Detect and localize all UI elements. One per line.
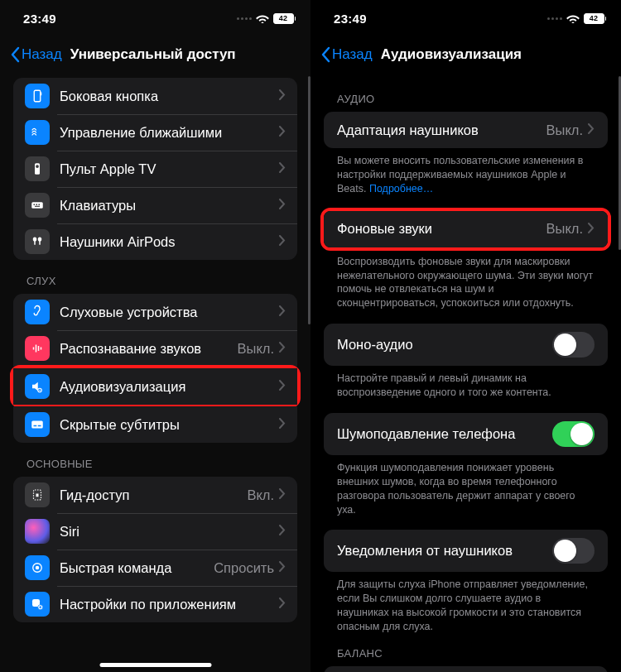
group-mono: Моно-аудио [324,324,608,366]
chevron-icon [588,122,595,137]
section-hearing: СЛУХ [0,260,310,294]
svg-rect-20 [34,425,37,427]
svg-rect-8 [35,206,40,207]
battery-icon: 42 [584,13,607,24]
chevron-icon [279,487,286,502]
chevron-icon [279,161,286,176]
row-audiovisual[interactable]: Аудиовизуализация [13,368,297,405]
settings-list: Боковая кнопка Управление ближайшими Пул… [0,73,310,672]
group-hearing-b: Скрытые субтитры [13,406,297,443]
svg-rect-7 [39,204,41,206]
section-audio: АУДИО [310,78,621,112]
toggle-noise[interactable] [552,421,595,447]
ear-icon [25,300,50,324]
nav-bar: Назад Аудиовизуализация [310,36,621,73]
guided-icon [25,482,50,507]
group-notify: Уведомления от наушников [324,530,608,572]
chevron-icon [279,597,286,612]
learn-more-link[interactable]: Подробнее… [369,183,433,194]
chevron-icon [279,234,286,249]
nearby-icon [25,120,50,145]
section-general: ОСНОВНЫЕ [0,443,310,477]
back-button[interactable]: Назад [10,46,62,63]
chevron-icon [279,417,286,432]
signal-dots [547,17,562,20]
svg-rect-23 [36,494,39,497]
chevron-icon [279,560,286,575]
row-balance[interactable]: Л 0,00 П [324,666,608,672]
clock: 23:49 [23,12,56,26]
section-balance: БАЛАНС [310,637,621,666]
settings-list: АУДИО Адаптация наушников Выкл. Вы может… [310,73,621,672]
svg-rect-6 [36,204,38,206]
keyboard-icon [25,193,50,218]
chevron-icon [279,305,286,319]
group-general: Гид-доступ Вкл. Siri Быстрая команда Спр… [13,477,297,622]
svg-point-18 [39,390,41,391]
highlight-background-sounds: Фоновые звуки Выкл. [320,208,611,251]
row-airpods[interactable]: Наушники AirPods [13,223,297,260]
row-nearby[interactable]: Управление ближайшими [13,114,297,151]
row-background-sounds[interactable]: Фоновые звуки Выкл. [324,211,608,247]
page-title: Универсальный доступ [70,46,236,63]
group-adapt: Адаптация наушников Выкл. [324,112,608,148]
side-button-icon [25,84,50,108]
note-mono: Настройте правый и левый динамик на восп… [310,366,621,403]
svg-rect-12 [39,241,41,245]
toggle-notify[interactable] [552,538,595,564]
chevron-icon [279,524,286,539]
note-notify: Для защиты слуха iPhone отправляет уведо… [310,572,621,637]
clock: 23:49 [334,12,367,26]
chevron-icon [279,341,286,356]
home-indicator[interactable] [99,663,211,667]
row-perapp[interactable]: Настройки по приложениям [13,586,297,622]
audiovis-icon [25,374,50,399]
row-sound-recognition[interactable]: Распознавание звуков Выкл. [13,330,297,367]
chevron-icon [279,379,286,394]
row-shortcut[interactable]: Быстрая команда Спросить [13,550,297,586]
wifi-icon [256,12,269,26]
right-screenshot: 23:49 42 Назад Аудиовизуализация АУДИО А… [310,0,621,672]
back-button[interactable]: Назад [320,46,373,63]
svg-rect-1 [41,93,42,96]
row-hearing-devices[interactable]: Слуховые устройства [13,294,297,330]
row-siri[interactable]: Siri [13,513,297,550]
group-balance: Л 0,00 П [324,666,608,672]
group-interaction: Боковая кнопка Управление ближайшими Пул… [13,78,297,260]
svg-point-25 [36,566,40,570]
svg-point-3 [36,165,39,168]
status-bar: 23:49 42 [310,0,621,36]
svg-rect-21 [38,425,41,427]
row-side-button[interactable]: Боковая кнопка [13,78,297,114]
svg-rect-15 [38,346,40,351]
group-noise: Шумоподавление телефона [324,413,608,455]
chevron-icon [588,222,595,237]
row-captions[interactable]: Скрытые субтитры [13,406,297,443]
shortcut-icon [25,555,50,580]
note-background: Воспроизводить фоновые звуки для маскиро… [310,249,621,314]
chevron-icon [279,125,286,140]
row-appletv[interactable]: Пульт Apple TV [13,151,297,187]
signal-dots [237,17,252,20]
svg-rect-0 [34,90,41,102]
caption-icon [25,412,50,437]
highlight-audiovisual: Аудиовизуализация [10,365,301,408]
left-screenshot: 23:49 42 Назад Универсальный доступ Боко… [0,0,310,672]
row-headphone-notify[interactable]: Уведомления от наушников [324,530,608,572]
svg-rect-10 [34,241,36,245]
toggle-mono[interactable] [552,332,595,358]
note-adapt: Вы можете вносить пользовательские измен… [310,148,621,199]
chevron-icon [279,89,286,103]
row-mono-audio[interactable]: Моно-аудио [324,324,608,366]
sound-rec-icon [25,336,50,361]
row-guided-access[interactable]: Гид-доступ Вкл. [13,477,297,513]
svg-rect-5 [34,204,36,206]
svg-rect-13 [33,348,35,350]
row-headphone-adapt[interactable]: Адаптация наушников Выкл. [324,112,608,148]
wifi-icon [566,12,580,26]
svg-rect-16 [41,348,42,350]
row-noise-cancel[interactable]: Шумоподавление телефона [324,413,608,455]
perapp-icon [25,592,50,617]
siri-icon [25,519,50,544]
row-keyboards[interactable]: Клавиатуры [13,187,297,223]
